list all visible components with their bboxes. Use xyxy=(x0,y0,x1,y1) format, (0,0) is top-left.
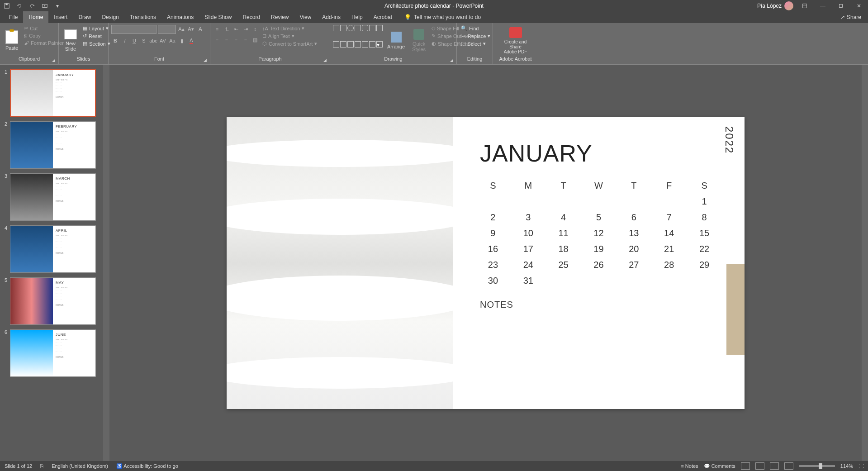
tab-addins[interactable]: Add-ins xyxy=(317,11,346,23)
shadow-icon[interactable]: abc xyxy=(149,37,157,45)
accent-bar[interactable] xyxy=(726,264,745,355)
tab-design[interactable]: Design xyxy=(96,11,124,23)
columns-icon[interactable]: ▥ xyxy=(251,36,259,44)
zoom-slider[interactable] xyxy=(799,465,835,467)
slide-counter[interactable]: Slide 1 of 12 xyxy=(5,463,32,469)
justify-icon[interactable]: ≡ xyxy=(242,36,250,44)
notes-button[interactable]: ≡ Notes xyxy=(681,463,698,469)
accessibility-status[interactable]: ♿ Accessibility: Good to go xyxy=(116,463,178,469)
font-launcher-icon[interactable]: ◢ xyxy=(204,58,209,63)
decrease-font-icon[interactable]: A▾ xyxy=(187,25,195,33)
italic-icon[interactable]: I xyxy=(121,37,129,45)
shape-line-icon[interactable] xyxy=(333,25,339,31)
maximize-icon[interactable] xyxy=(834,0,848,11)
underline-icon[interactable]: U xyxy=(130,37,138,45)
slide[interactable]: 2022 JANUARY SMTWTFS12345678910111213141… xyxy=(227,117,745,409)
select-button[interactable]: ⬚Select▾ xyxy=(460,40,492,47)
ribbon-display-options-icon[interactable] xyxy=(798,0,811,11)
tab-record[interactable]: Record xyxy=(237,11,266,23)
slide-canvas-area[interactable]: 2022 JANUARY SMTWTFS12345678910111213141… xyxy=(109,65,862,461)
tab-animations[interactable]: Animations xyxy=(161,11,199,23)
char-spacing-icon[interactable]: AV xyxy=(159,37,167,45)
undo-icon[interactable] xyxy=(15,1,24,10)
shape-item[interactable] xyxy=(355,41,361,48)
minimize-icon[interactable]: — xyxy=(816,0,830,11)
slideshow-view-icon[interactable] xyxy=(784,462,793,470)
increase-indent-icon[interactable]: ⇥ xyxy=(242,25,250,33)
notes-label[interactable]: NOTES xyxy=(480,300,717,310)
tab-transitions[interactable]: Transitions xyxy=(124,11,161,23)
tab-file[interactable]: File xyxy=(4,11,23,23)
year-label[interactable]: 2022 xyxy=(723,126,735,154)
bold-icon[interactable]: B xyxy=(111,37,119,45)
font-size-combo[interactable] xyxy=(158,25,176,34)
shape-item[interactable] xyxy=(362,41,368,48)
fit-to-window-icon[interactable]: ⛶ xyxy=(859,463,863,469)
highlight-icon[interactable]: ▮ xyxy=(178,37,186,45)
font-family-combo[interactable] xyxy=(111,25,157,34)
tab-view[interactable]: View xyxy=(294,11,317,23)
slide-thumbnail[interactable]: JUNE S M T W T F S· · · · · · ·· · · · ·… xyxy=(10,329,96,377)
share-button[interactable]: ↗ Share xyxy=(840,11,861,23)
slide-thumbnail[interactable]: JANUARY S M T W T F S· · · · · · ·· · · … xyxy=(10,69,96,117)
calendar-grid[interactable]: SMTWTFS123456789101112131415161718192021… xyxy=(480,181,717,286)
slide-thumbnail[interactable]: MARCH S M T W T F S· · · · · · ·· · · · … xyxy=(10,173,96,221)
language-status[interactable]: English (United Kingdom) xyxy=(52,463,108,469)
font-color-icon[interactable]: A xyxy=(187,37,195,45)
save-icon[interactable] xyxy=(2,1,11,10)
thumbnails-scrollbar[interactable] xyxy=(103,65,109,461)
user-account[interactable]: Pía López xyxy=(757,1,793,10)
clipboard-launcher-icon[interactable]: ◢ xyxy=(52,58,57,63)
tab-help[interactable]: Help xyxy=(346,11,368,23)
normal-view-icon[interactable] xyxy=(741,462,750,470)
tab-review[interactable]: Review xyxy=(266,11,294,23)
month-title[interactable]: JANUARY xyxy=(480,140,717,167)
drawing-launcher-icon[interactable]: ◢ xyxy=(450,58,455,63)
slide-image[interactable] xyxy=(227,117,453,409)
tab-draw[interactable]: Draw xyxy=(73,11,96,23)
shape-item[interactable] xyxy=(333,41,339,48)
shape-triangle-icon[interactable] xyxy=(369,25,375,31)
align-left-icon[interactable]: ≡ xyxy=(213,36,221,44)
comments-button[interactable]: 💬 Comments xyxy=(704,463,735,469)
line-spacing-icon[interactable]: ↕ xyxy=(251,25,259,33)
slide-thumbnail[interactable]: APRIL S M T W T F S· · · · · · ·· · · · … xyxy=(10,225,96,273)
bullets-icon[interactable]: ≡ xyxy=(213,25,221,33)
shape-expand-icon[interactable]: ▾ xyxy=(376,41,383,48)
shape-arrow-icon[interactable] xyxy=(355,25,361,31)
reset-button[interactable]: ↺Reset xyxy=(81,33,112,39)
shapes-gallery[interactable]: ▾ xyxy=(333,25,383,56)
slide-thumbnail[interactable]: MAY S M T W T F S· · · · · · ·· · · · · … xyxy=(10,277,96,325)
align-right-icon[interactable]: ≡ xyxy=(232,36,240,44)
numbering-icon[interactable]: ⒈ xyxy=(223,25,231,33)
quick-styles-button[interactable]: Quick Styles xyxy=(409,25,428,56)
layout-button[interactable]: ▦Layout▾ xyxy=(81,25,112,32)
find-button[interactable]: 🔍Find xyxy=(460,25,492,32)
paragraph-launcher-icon[interactable]: ◢ xyxy=(323,58,329,63)
shape-item[interactable] xyxy=(347,41,354,48)
shape-item[interactable] xyxy=(369,41,375,48)
clear-formatting-icon[interactable]: A̶ xyxy=(196,25,204,33)
align-text-button[interactable]: ⊟Align Text▾ xyxy=(261,33,318,39)
adobe-create-button[interactable]: Create and Share Adobe PDF xyxy=(496,25,535,56)
increase-font-icon[interactable]: A▴ xyxy=(177,25,185,33)
strikethrough-icon[interactable]: S xyxy=(140,37,148,45)
spell-check-icon[interactable]: ⎘ xyxy=(40,463,43,469)
shape-item[interactable] xyxy=(340,41,346,48)
qat-customize-icon[interactable]: ▾ xyxy=(53,1,62,10)
sorter-view-icon[interactable] xyxy=(755,462,764,470)
zoom-thumb[interactable] xyxy=(819,463,822,469)
section-button[interactable]: ▤Section▾ xyxy=(81,40,112,47)
shape-oval-icon[interactable] xyxy=(347,25,354,31)
new-slide-button[interactable]: New Slide xyxy=(62,25,80,56)
tab-insert[interactable]: Insert xyxy=(48,11,73,23)
align-center-icon[interactable]: ≡ xyxy=(223,36,231,44)
change-case-icon[interactable]: Aa xyxy=(168,37,176,45)
reading-view-icon[interactable] xyxy=(770,462,779,470)
slide-scrollbar[interactable] xyxy=(862,65,868,461)
shape-rect-icon[interactable] xyxy=(340,25,346,31)
slide-thumbnail[interactable]: FEBRUARY S M T W T F S· · · · · · ·· · ·… xyxy=(10,121,96,169)
zoom-level[interactable]: 114% xyxy=(840,463,853,469)
redo-icon[interactable] xyxy=(28,1,37,10)
tell-me-search[interactable]: 💡 Tell me what you want to do xyxy=(404,11,481,23)
